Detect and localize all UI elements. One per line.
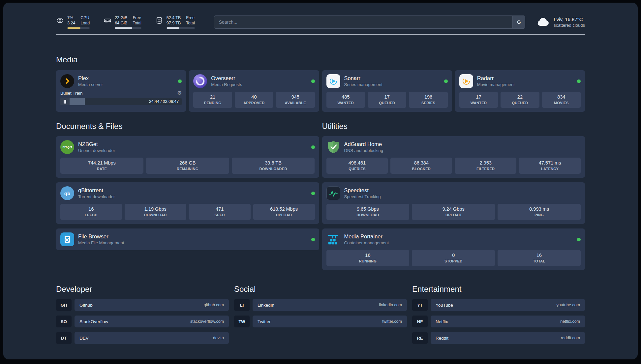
utilities-column: AdGuard Home DNS and adblocking 498,461Q… (322, 136, 585, 270)
bookmarks-entertainment: Entertainment YT YouTubeyoutube.com NF N… (412, 285, 585, 344)
pause-icon (63, 100, 67, 104)
stat-tile: 498,461QUERIES (326, 158, 388, 174)
app-card-filebrowser[interactable]: File Browser Media File Management (56, 228, 319, 250)
cpu-icon (56, 16, 64, 24)
bookmark-linkedin[interactable]: LI LinkedInlinkedin.com (234, 299, 407, 311)
bookmark-name: StackOverflow (79, 319, 108, 324)
bookmark-url: dev.to (213, 336, 224, 340)
weather-location: Lviv, 16.87°C (554, 16, 585, 22)
qbittorrent-icon: qb (60, 186, 74, 200)
stat-tile: 618.52 MbpsUPLOAD (253, 204, 315, 220)
section-title-utilities: Utilities (322, 122, 585, 131)
bookmark-twitter[interactable]: TW Twittertwitter.com (234, 316, 407, 327)
disk-total-value: 97.9 TB (167, 20, 181, 26)
stat-tile: 0.993 msPING (498, 204, 581, 220)
pause-button[interactable] (60, 98, 70, 105)
bookmark-stackoverflow[interactable]: SO StackOverflowstackoverflow.com (56, 316, 229, 327)
section-title-entertainment: Entertainment (412, 285, 585, 294)
disk-widget: 52.4 TB 97.9 TB Free Total (155, 15, 195, 29)
app-subtitle: Media Requests (211, 82, 242, 87)
app-name: Media Portainer (344, 233, 389, 240)
stat-tile: 86,384BLOCKED (390, 158, 452, 174)
bookmark-abbr: GH (56, 299, 72, 311)
bookmark-abbr: DT (56, 332, 72, 344)
bookmark-youtube[interactable]: YT YouTubeyoutube.com (412, 299, 585, 311)
bookmark-dev[interactable]: DT DEVdev.to (56, 332, 229, 344)
stat-tile: 9.65 GbpsDOWNLOAD (326, 204, 410, 220)
app-card-plex[interactable]: Plex Media server Bullet Train ⚙ 24:44 /… (56, 70, 186, 112)
ram-total-value: 64 GiB (115, 20, 127, 26)
app-card-portainer[interactable]: Media Portainer Container management 16R… (322, 228, 585, 270)
dashboard: 7% 3.24 CPU Load 22 GiB (3, 3, 638, 359)
disk-free-value: 52.4 TB (167, 15, 181, 20)
app-card-sonarr[interactable]: Sonarr Series management 485WANTED 17QUE… (322, 70, 452, 112)
section-title-documents: Documents & Files (56, 122, 319, 131)
bookmark-name: Netflix (436, 319, 448, 324)
section-title-social: Social (234, 285, 407, 294)
status-dot (311, 238, 315, 241)
bookmarks-developer: Developer GH Githubgithub.com SO StackOv… (56, 285, 229, 344)
bookmark-url: stackoverflow.com (190, 319, 224, 324)
cpu-label: CPU (80, 15, 90, 20)
cpu-usage-value: 7% (67, 15, 75, 20)
app-card-overseerr[interactable]: Overseerr Media Requests 21PENDING 40APP… (189, 70, 319, 112)
app-name: Overseerr (211, 75, 242, 82)
search-engine-button[interactable]: G (512, 16, 525, 28)
status-dot (311, 145, 315, 149)
disk-total-label: Total (186, 20, 195, 26)
weather-condition: scattered clouds (554, 22, 585, 28)
cpu-load-value: 3.24 (67, 20, 75, 26)
stat-tile: 266 GBREMAINING (146, 158, 229, 174)
stat-tile: 9.24 GbpsUPLOAD (412, 204, 495, 220)
plex-now-playing: Bullet Train ⚙ 24:44 / 02:06:47 (60, 90, 182, 105)
disk-progress-bar (167, 27, 195, 29)
bookmark-abbr: NF (412, 316, 428, 327)
app-subtitle: Series management (344, 82, 382, 87)
section-title-media: Media (56, 55, 585, 64)
cpu-load-label: Load (80, 20, 90, 26)
search-bar: G (214, 15, 526, 29)
ram-free-value: 22 GiB (115, 15, 127, 20)
app-name: File Browser (78, 233, 124, 240)
app-card-qbittorrent[interactable]: qb qBittorrent Torrent downloader 16LEEC… (56, 182, 319, 224)
bookmark-abbr: RE (412, 332, 428, 344)
app-name: Plex (78, 75, 103, 82)
bookmark-reddit[interactable]: RE Redditreddit.com (412, 332, 585, 344)
bookmark-name: Github (79, 303, 93, 308)
playback-progress-bar[interactable]: 24:44 / 02:06:47 (60, 98, 182, 105)
app-card-speedtest[interactable]: Speedtest Speedtest Tracking 9.65 GbpsDO… (322, 182, 585, 224)
stat-tile: 834MOVIES (542, 92, 581, 108)
bookmark-netflix[interactable]: NF Netflixnetflix.com (412, 316, 585, 327)
app-name: Speedtest (344, 187, 381, 194)
stat-tile: 945AVAILABLE (276, 92, 315, 108)
cpu-widget: 7% 3.24 CPU Load (56, 15, 90, 29)
bookmark-github[interactable]: GH Githubgithub.com (56, 299, 229, 311)
search-input[interactable] (214, 16, 513, 28)
media-grid: Plex Media server Bullet Train ⚙ 24:44 /… (56, 70, 585, 112)
app-subtitle: Media File Management (78, 240, 124, 246)
stat-tile: 744.21 MbpsRATE (60, 158, 143, 174)
stat-tile: 40APPROVED (235, 92, 273, 108)
stat-tile: 17WANTED (459, 92, 498, 108)
app-subtitle: Media server (78, 82, 103, 87)
app-card-nzbget[interactable]: nzbget NZBGet Usenet downloader 744.21 M… (56, 136, 319, 178)
app-subtitle: Speedtest Tracking (344, 194, 381, 199)
app-name: qBittorrent (78, 187, 115, 194)
app-name: Sonarr (344, 75, 382, 82)
bookmark-url: twitter.com (382, 319, 402, 324)
app-subtitle: Usenet downloader (78, 148, 115, 153)
app-card-radarr[interactable]: Radarr Movie management 17WANTED 22QUEUE… (455, 70, 585, 112)
bookmark-url: reddit.com (561, 336, 580, 340)
app-card-adguard[interactable]: AdGuard Home DNS and adblocking 498,461Q… (322, 136, 585, 178)
gear-icon[interactable]: ⚙ (177, 90, 182, 96)
stat-tile: 16TOTAL (498, 250, 581, 266)
stat-tile: 22QUEUED (501, 92, 539, 108)
disk-icon (155, 16, 163, 24)
ram-progress-bar (115, 27, 141, 29)
app-subtitle: Movie management (477, 82, 515, 87)
app-name: NZBGet (78, 141, 115, 148)
speedtest-icon (326, 186, 340, 200)
bookmark-name: YouTube (436, 303, 453, 308)
stat-tile: 471SEED (189, 204, 251, 220)
plex-icon (60, 74, 74, 88)
